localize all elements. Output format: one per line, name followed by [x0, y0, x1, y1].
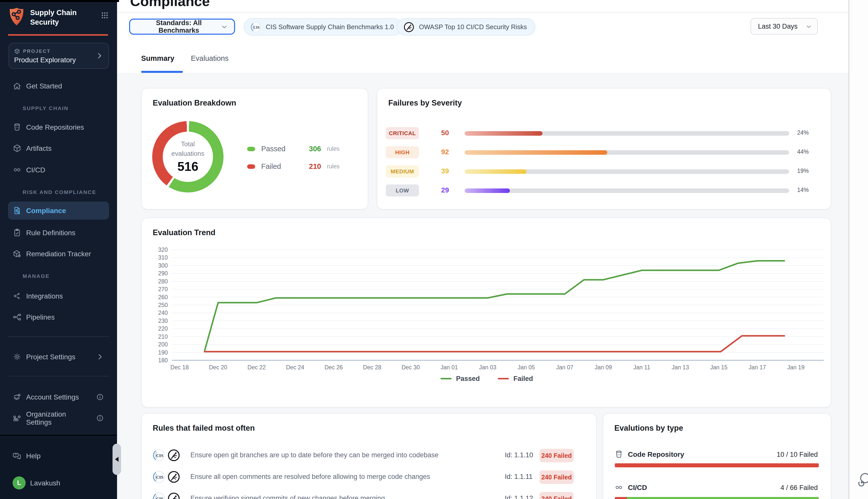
infinity-icon [614, 483, 623, 492]
sidebar-item-label: Project Settings [26, 353, 75, 361]
rule-row[interactable]: CISEnsure open git branches are up to da… [142, 448, 597, 465]
severity-count: 50 [432, 129, 459, 137]
sidebar-footer: ? Help L Lavakush [0, 435, 117, 499]
benchmark-chip-cis[interactable]: CIS CIS Software Supply Chain Benchmarks… [244, 18, 402, 36]
svg-text:Dec 24: Dec 24 [286, 364, 305, 370]
benchmark-chip-owasp[interactable]: OWASP Top 10 CI/CD Security Risks [397, 18, 535, 36]
sidebar-collapse-handle[interactable] [112, 444, 121, 475]
gear-icon [13, 352, 22, 361]
sidebar-item-rule-definitions[interactable]: Rule Definitions [8, 223, 109, 242]
info-icon [96, 414, 104, 422]
card-failures-by-severity: Failures by Severity CRITICAL5024%HIGH92… [377, 88, 831, 209]
legend-item-passed[interactable]: Passed [441, 375, 480, 382]
type-bar [615, 463, 819, 467]
svg-text:Jan 05: Jan 05 [518, 364, 535, 370]
sidebar-item-artifacts[interactable]: Artifacts [8, 139, 109, 157]
severity-percent: 44% [797, 149, 809, 155]
donut-center: Total evaluations 516 [152, 121, 224, 193]
severity-bar [464, 150, 789, 155]
svg-text:320: 320 [158, 246, 168, 253]
tab-evaluations[interactable]: Evaluations [191, 54, 228, 62]
sidebar-item-label: Pipelines [26, 313, 55, 321]
project-cube-icon [14, 48, 20, 54]
page-title: Compliance [130, 0, 210, 10]
sidebar-item-pipelines[interactable]: Pipelines [8, 308, 109, 326]
rule-id: Id: 1.1.12 [505, 495, 533, 499]
svg-text:180: 180 [158, 357, 168, 364]
sidebar-item-code-repositories[interactable]: </>Code Repositories [8, 118, 109, 136]
sidebar-item-help[interactable]: ? Help [8, 447, 109, 465]
compliance-doc-icon [13, 206, 22, 215]
svg-text:Jan 17: Jan 17 [749, 364, 766, 370]
severity-badge: LOW [386, 184, 419, 196]
svg-text:Dec 30: Dec 30 [401, 364, 420, 370]
legend-item-failed[interactable]: Failed [498, 375, 533, 382]
svg-text:310: 310 [158, 254, 168, 261]
integrations-icon [13, 291, 22, 301]
sidebar-item-integrations[interactable]: Integrations [8, 287, 109, 305]
apps-grid-icon[interactable] [100, 11, 109, 20]
header-divider [117, 12, 848, 13]
severity-percent: 24% [797, 130, 809, 136]
svg-text:290: 290 [158, 270, 168, 277]
sidebar-item-label: Rule Definitions [26, 229, 75, 237]
svg-text:250: 250 [158, 302, 168, 308]
rule-failed-badge: 240 Failed [540, 470, 574, 484]
sidebar-item-label: Artifacts [26, 144, 51, 152]
svg-text:240: 240 [158, 309, 168, 316]
sidebar-item-get-started[interactable]: Get Started [8, 77, 109, 95]
sidebar-item-label: Code Repositories [26, 123, 84, 131]
svg-text:230: 230 [158, 318, 168, 324]
sidebar-item-label: Get Started [26, 82, 62, 90]
type-bar [615, 497, 819, 499]
date-range-dropdown[interactable]: Last 30 Days [751, 18, 818, 35]
scrollbar-gutter[interactable] [850, 0, 868, 499]
legend-item-passed[interactable]: Passed 306 rules [247, 143, 363, 155]
svg-text:Jan 11: Jan 11 [633, 364, 650, 370]
rule-row[interactable]: CISEnsure all open comments are resolved… [142, 469, 597, 486]
sidebar-user[interactable]: L Lavakush [8, 474, 109, 492]
owasp-logo-icon [404, 21, 414, 33]
cis-logo-icon: CIS [250, 21, 261, 33]
standards-dropdown[interactable]: Standards: All Benchmarks [129, 19, 235, 35]
card-evaluation-trend: Evaluation Trend 18019020021022023024025… [141, 218, 831, 407]
sidebar-section-label: MANAGE [23, 273, 50, 279]
project-selector[interactable]: PROJECT Product Exploratory [9, 43, 109, 69]
chevron-right-icon [96, 52, 103, 60]
cis-logo-icon: CIS [152, 449, 165, 462]
rule-row[interactable]: CISEnsure verifying signed commits of ne… [142, 491, 597, 499]
tab-summary[interactable]: Summary [141, 54, 174, 62]
passed-count: 306 [309, 145, 321, 153]
project-label: PROJECT [23, 48, 50, 54]
severity-badge: HIGH [386, 146, 419, 158]
legend-item-failed[interactable]: Failed 210 rules [247, 160, 363, 172]
type-label: CI/CD [628, 484, 647, 491]
sidebar-item-remediation-tracker[interactable]: Remediation Tracker [8, 245, 109, 263]
layers-gear-icon [13, 392, 22, 402]
svg-text:Jan 15: Jan 15 [710, 364, 728, 370]
failed-swatch [247, 164, 255, 169]
passed-swatch [247, 146, 255, 151]
sidebar: Supply Chain Security [0, 0, 117, 499]
sidebar-top-strip [0, 0, 119, 2]
help-chat-icon: ? [13, 451, 22, 460]
chip-label: CIS Software Supply Chain Benchmarks 1.0 [266, 23, 394, 31]
svg-text:Dec 26: Dec 26 [324, 364, 343, 370]
chat-launcher-icon[interactable] [856, 471, 868, 486]
app-logo-shield-icon [8, 7, 25, 26]
type-status: 10 / 10 Failed [777, 451, 818, 458]
active-tab-indicator [141, 71, 183, 73]
type-status: 4 / 66 Failed [780, 484, 818, 491]
svg-text:280: 280 [158, 278, 168, 285]
sidebar-item-account-settings[interactable]: Account Settings [8, 388, 109, 406]
sidebar-item-ci-cd[interactable]: CI/CD [8, 161, 109, 179]
sidebar-item-compliance[interactable]: Compliance [8, 202, 109, 220]
svg-text:260: 260 [158, 294, 168, 301]
owasp-logo-icon [165, 449, 180, 462]
box-wrench-icon [13, 249, 22, 258]
sidebar-item-project-settings[interactable]: Project Settings [8, 348, 109, 366]
standards-dropdown-value: Standards: All Benchmarks [137, 19, 221, 34]
sidebar-item-organization-settings[interactable]: Organization Settings [8, 409, 109, 427]
severity-row-high: HIGH9244% [377, 146, 832, 158]
app-title: Supply Chain Security [30, 7, 100, 27]
